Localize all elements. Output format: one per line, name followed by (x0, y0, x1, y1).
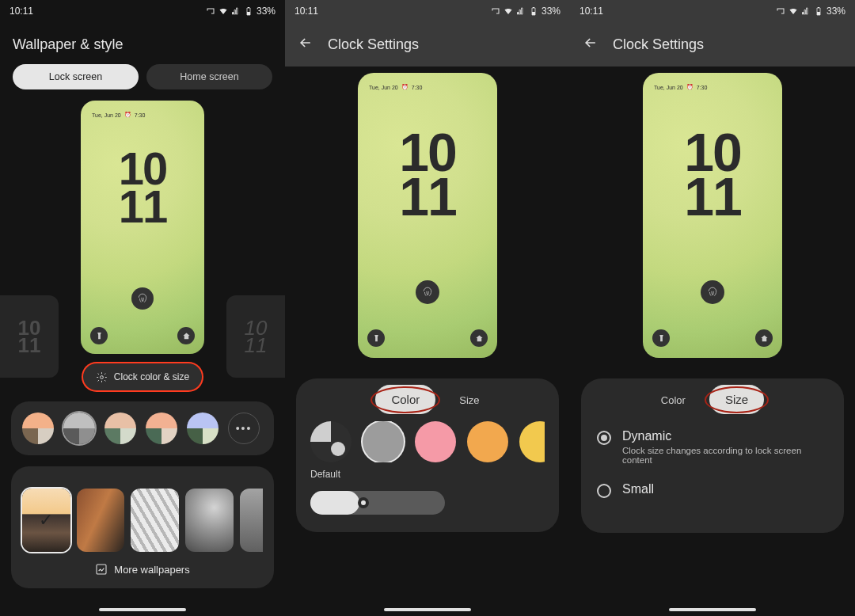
svg-point-0 (100, 375, 103, 378)
lock-screen-preview: Tue, Jun 20 ⏰ 7:30 10 11 (358, 73, 497, 358)
color-option-dynamic[interactable] (310, 421, 352, 462)
color-option[interactable] (467, 421, 508, 462)
wallpaper-thumb[interactable] (22, 489, 70, 552)
status-bar: 10:11 33% (285, 0, 570, 22)
wifi-icon (218, 6, 228, 16)
wallpaper-card: More wallpapers (11, 466, 274, 588)
alarm-icon: ⏰ (401, 84, 408, 90)
palette-swatch[interactable] (187, 413, 218, 444)
lock-screen-preview[interactable]: Tue, Jun 20 ⏰ 7:30 10 11 (81, 101, 204, 354)
palette-swatch[interactable] (22, 413, 54, 444)
size-option-dynamic[interactable]: Dynamic Clock size changes according to … (597, 426, 828, 468)
nav-bar[interactable] (99, 608, 186, 611)
gear-icon (96, 371, 108, 383)
wallpaper-thumb[interactable] (131, 489, 179, 552)
title-bar: Clock Settings (570, 22, 855, 67)
clock-bottom: 11 (358, 174, 497, 219)
wifi-icon (504, 6, 513, 16)
signal-icon (801, 6, 811, 16)
preview-date: Tue, Jun 20 (654, 85, 683, 90)
lock-screen-preview-row: 1011 Tue, Jun 20 ⏰ 7:30 10 11 1011 (0, 101, 285, 354)
highlight-ring: Size (709, 393, 764, 407)
battery-percent: 33% (826, 6, 846, 17)
color-option[interactable] (415, 421, 456, 462)
clock-bottom: 11 (643, 174, 782, 219)
flashlight-icon (652, 329, 670, 347)
tab-lock-screen[interactable]: Lock screen (13, 64, 139, 89)
preview-alarm-time: 7:30 (135, 112, 146, 118)
battery-percent: 33% (256, 6, 276, 17)
screencast-icon (776, 6, 785, 16)
tab-size[interactable]: Size (459, 394, 479, 406)
back-button[interactable] (583, 35, 598, 54)
palette-swatch[interactable] (63, 413, 95, 444)
clock-bottom: 11 (81, 188, 204, 226)
pane-clock-settings-color: 10:11 33% Clock Settings Tue, Jun 20 ⏰ 7… (285, 0, 570, 616)
clock-color-size-button[interactable]: Clock color & size (83, 363, 202, 390)
home-icon (755, 329, 773, 347)
more-wallpapers-button[interactable]: More wallpapers (22, 552, 263, 577)
size-option-small[interactable]: Small (597, 479, 828, 501)
page-title: Clock Settings (328, 36, 419, 53)
status-time: 10:11 (294, 6, 318, 17)
screencast-icon (206, 6, 215, 16)
slider-thumb[interactable] (358, 497, 369, 508)
clock-options-card: Color Size Dynamic Clock size changes ac… (581, 378, 844, 533)
battery-icon (244, 6, 253, 16)
status-bar: 10:11 33% (0, 0, 285, 22)
back-button[interactable] (298, 35, 314, 54)
color-option[interactable] (519, 421, 545, 462)
fingerprint-icon (416, 280, 439, 304)
alarm-icon: ⏰ (124, 112, 131, 118)
default-label: Default (310, 469, 545, 480)
tab-color[interactable]: Color (661, 394, 686, 406)
preview-alarm-time: 7:30 (412, 85, 423, 90)
clock-options-card: Color Size Default (296, 378, 559, 532)
home-icon (470, 329, 488, 347)
battery-percent: 33% (542, 6, 560, 17)
lock-screen-preview-row: Tue, Jun 20 ⏰ 7:30 10 11 (570, 73, 855, 358)
flashlight-icon (90, 327, 108, 344)
flashlight-icon (367, 329, 385, 347)
tab-color[interactable]: Color (375, 385, 435, 414)
lock-screen-preview-row: Tue, Jun 20 ⏰ 7:30 10 11 (285, 73, 570, 358)
wallpaper-icon (95, 563, 108, 576)
title-bar: Clock Settings (285, 22, 570, 67)
lightness-slider[interactable] (310, 491, 445, 515)
more-palettes-button[interactable]: ••• (228, 413, 260, 444)
wifi-icon (788, 6, 798, 16)
preview-alarm-time: 7:30 (697, 85, 708, 90)
screencast-icon (491, 6, 500, 16)
tab-home-screen[interactable]: Home screen (146, 64, 272, 89)
battery-icon (529, 6, 538, 16)
palette-swatch[interactable] (104, 413, 136, 444)
status-time: 10:11 (580, 6, 603, 17)
preview-date: Tue, Jun 20 (369, 85, 398, 90)
nav-bar[interactable] (669, 608, 756, 611)
pane-clock-settings-size: 10:11 33% Clock Settings Tue, Jun 20 ⏰ 7… (570, 0, 855, 616)
radio-icon (597, 484, 611, 498)
battery-icon (814, 6, 823, 16)
nav-bar[interactable] (384, 608, 471, 611)
wallpaper-thumb[interactable] (240, 489, 263, 552)
clock-style-prev[interactable]: 1011 (0, 295, 59, 378)
highlight-ring: Color (375, 393, 435, 407)
preview-date: Tue, Jun 20 (92, 112, 121, 118)
page-title: Wallpaper & style (0, 22, 285, 64)
signal-icon (231, 6, 241, 16)
tab-size[interactable]: Size (709, 385, 764, 414)
clock-style-next[interactable]: 1011 (226, 295, 285, 378)
radio-icon (597, 431, 611, 445)
color-option[interactable] (363, 421, 404, 462)
status-bar: 10:11 33% (570, 0, 855, 22)
status-time: 10:11 (10, 6, 33, 17)
screen-tabs: Lock screen Home screen (0, 64, 285, 101)
page-title: Clock Settings (613, 36, 704, 53)
fingerprint-icon (131, 287, 154, 310)
wallpaper-thumb[interactable] (185, 489, 234, 552)
color-palette-card: ••• (11, 401, 274, 455)
fingerprint-icon (701, 280, 724, 304)
signal-icon (516, 6, 526, 16)
wallpaper-thumb[interactable] (77, 489, 125, 552)
palette-swatch[interactable] (146, 413, 177, 444)
